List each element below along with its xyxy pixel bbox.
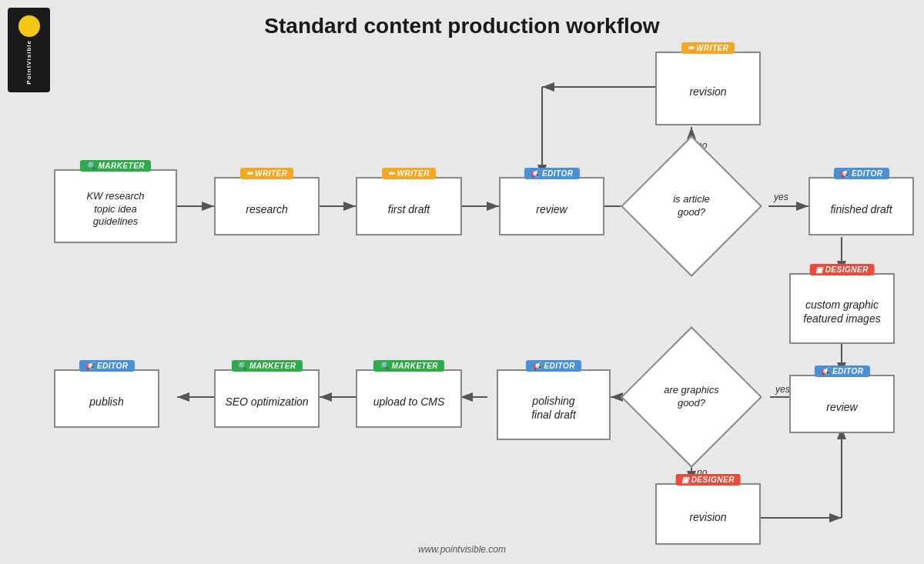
box-kw-research: 🔍MARKETER KW researchtopic ideaguideline… — [54, 169, 177, 243]
label-publish: publish — [89, 389, 123, 409]
badge-marketer-cms: 🔍MARKETER — [373, 360, 444, 372]
page-title: Standard content production workflow — [0, 14, 924, 38]
badge-editor-review1: 📢EDITOR — [524, 168, 579, 179]
label-designer-revision: revision — [689, 504, 726, 524]
logo-circle — [18, 15, 40, 37]
label-article-good: is articlegood? — [641, 156, 742, 256]
badge-editor-review2: 📢EDITOR — [814, 365, 869, 377]
flow-arrows: yes no yes no — [0, 0, 924, 564]
logo: PointVisible — [8, 8, 50, 92]
badge-marketer-seo: 🔍MARKETER — [231, 360, 302, 372]
badge-writer-revision: ✏WRITER — [681, 42, 735, 54]
box-seo-optimization: 🔍MARKETER SEO optimization — [214, 369, 320, 428]
label-upload-cms: upload to CMS — [373, 389, 445, 409]
yes-label-2: yes — [775, 384, 790, 395]
logo-text: PointVisible — [25, 40, 33, 85]
box-upload-cms: 🔍MARKETER upload to CMS — [356, 369, 462, 428]
box-first-draft: ✏WRITER first draft — [356, 177, 462, 235]
badge-editor-polishing: 📢EDITOR — [526, 360, 581, 372]
box-editor-review2: 📢EDITOR review — [789, 375, 895, 433]
label-editor-review2: review — [826, 394, 857, 414]
box-research: ✏WRITER research — [214, 177, 320, 235]
badge-editor-finished: 📢EDITOR — [833, 168, 889, 179]
website-url: www.pointvisible.com — [0, 544, 924, 555]
badge-editor-publish: 📢EDITOR — [79, 360, 134, 372]
badge-writer-draft: ✏WRITER — [382, 168, 436, 179]
box-publish: 📢EDITOR publish — [54, 369, 159, 428]
box-editor-polishing: 📢EDITOR polishingfinal draft — [497, 369, 611, 440]
box-designer-revision: ▣DESIGNER revision — [655, 483, 761, 545]
badge-designer-revision: ▣DESIGNER — [675, 474, 741, 486]
label-writer-revision: revision — [689, 78, 726, 98]
box-editor-review1: 📢EDITOR review — [499, 177, 604, 235]
badge-marketer-kw: 🔍MARKETER — [80, 160, 151, 172]
label-research: research — [246, 196, 287, 216]
box-writer-revision: ✏WRITER revision — [655, 52, 761, 125]
label-designer-graphics: custom graphicfeatured images — [803, 292, 880, 325]
label-finished-draft: finished draft — [830, 196, 892, 216]
box-designer-graphics: ▣DESIGNER custom graphicfeatured images — [789, 273, 895, 344]
label-first-draft: first draft — [388, 196, 430, 216]
label-editor-polishing: polishingfinal draft — [531, 388, 576, 422]
box-finished-draft: 📢EDITOR finished draft — [808, 177, 914, 235]
badge-writer-research: ✏WRITER — [240, 168, 294, 179]
label-kw-research: KW researchtopic ideaguidelines — [86, 184, 144, 229]
label-graphics-good: are graphicsgood? — [641, 347, 742, 447]
label-editor-review1: review — [536, 196, 567, 216]
yes-label-1: yes — [773, 192, 788, 202]
badge-designer-graphics: ▣DESIGNER — [809, 264, 875, 275]
label-seo-optimization: SEO optimization — [225, 389, 308, 409]
